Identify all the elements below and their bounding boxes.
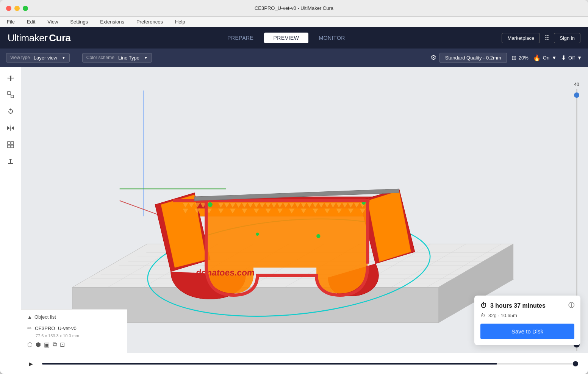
support-value: On (543, 55, 549, 61)
obj-list-chevron: ▲ (27, 314, 32, 320)
title-bar: CE3PRO_U-vet-v0 - UltiMaker Cura (0, 0, 588, 17)
adhesion-caret[interactable]: ▼ (577, 55, 582, 61)
toolbar-divider-1 (76, 52, 76, 63)
clock-icon: ⏱ (480, 302, 487, 310)
menu-file[interactable]: File (5, 18, 17, 25)
svg-text:donatoes.com: donatoes.com (195, 268, 255, 277)
menu-settings[interactable]: Settings (68, 18, 90, 25)
group-tool[interactable] (4, 138, 17, 152)
play-button[interactable]: ▶ (27, 359, 34, 368)
timeline-thumb[interactable] (573, 361, 578, 366)
minimize-button[interactable] (14, 6, 20, 11)
menu-edit[interactable]: Edit (25, 18, 38, 25)
support-caret[interactable]: ▼ (552, 55, 557, 61)
support-tool[interactable] (4, 155, 17, 168)
color-scheme-label: Color scheme (86, 55, 114, 60)
adhesion-icon: ⬇ (561, 54, 566, 61)
xray-view-icon[interactable]: ▣ (44, 341, 50, 348)
grid-icon[interactable]: ⠿ (543, 32, 551, 44)
header-nav: Ultimaker Cura PREPARE PREVIEW MONITOR M… (0, 27, 588, 49)
close-button[interactable] (6, 6, 11, 11)
svg-rect-7 (11, 142, 14, 144)
header-actions: Marketplace ⠿ Sign in (502, 32, 580, 44)
adhesion-value: Off (568, 55, 575, 61)
print-material-row: ⏱ 32g · 10.65m (480, 313, 574, 318)
adhesion-toggle: ⬇ Off ▼ (561, 54, 582, 61)
nav-prepare[interactable]: PREPARE (218, 33, 263, 43)
slider-top-thumb[interactable] (574, 92, 579, 98)
scale-tool[interactable] (4, 88, 17, 102)
layer-top-value: 40 (574, 82, 579, 87)
view-type-value: Layer view (34, 55, 57, 61)
print-time-row: ⏱ 3 hours 37 minutes ⓘ (480, 302, 574, 310)
svg-marker-5 (11, 126, 14, 130)
object-name: CE3PRO_U-vet-v0 (35, 325, 77, 331)
svg-point-96 (316, 234, 320, 238)
color-scheme-value: Line Type (118, 55, 139, 61)
infill-item: ⊞ 20% (511, 54, 529, 61)
nav-preview[interactable]: PREVIEW (264, 33, 308, 43)
menu-preferences[interactable]: Preferences (134, 18, 165, 25)
infill-icon: ⊞ (511, 54, 516, 61)
svg-rect-8 (8, 145, 10, 148)
object-list-item: ✏ CE3PRO_U-vet-v0 (27, 324, 121, 333)
wire-view-icon[interactable]: ⬢ (36, 341, 41, 348)
nav-monitor[interactable]: MONITOR (310, 33, 354, 43)
view-type-select[interactable]: View type Layer view ▼ (6, 53, 70, 63)
preview-toolbar: View type Layer view ▼ Color scheme Line… (0, 49, 588, 67)
mirror-tool[interactable] (4, 121, 17, 135)
infill-value: 20% (519, 55, 529, 61)
timeline-progress (42, 363, 497, 365)
print-material-value: 32g · 10.65m (488, 313, 517, 318)
menu-bar: File Edit View Settings Extensions Prefe… (0, 17, 588, 27)
support-view-icon[interactable]: ⊡ (60, 341, 65, 348)
support-toggle: 🔥 On ▼ (533, 54, 557, 61)
view-type-caret: ▼ (62, 56, 66, 60)
window-title: CE3PRO_U-vet-v0 - UltiMaker Cura (255, 5, 333, 11)
marketplace-button[interactable]: Marketplace (502, 33, 540, 43)
solid-view-icon[interactable]: ⬡ (27, 341, 33, 348)
object-tool-icons: ⬡ ⬢ ▣ ⧉ ⊡ (27, 341, 121, 348)
rotate-tool[interactable] (4, 105, 17, 118)
settings-icon-area: ⚙ Standard Quality - 0.2mm (430, 53, 507, 63)
move-tool[interactable] (4, 71, 17, 85)
object-dimensions: 77.6 x 153.3 x 10.0 mm (36, 333, 121, 338)
menu-help[interactable]: Help (173, 18, 188, 25)
svg-point-97 (256, 233, 259, 236)
edit-icon: ✏ (27, 325, 32, 331)
svg-rect-11 (10, 159, 11, 163)
menu-extensions[interactable]: Extensions (98, 18, 127, 25)
svg-point-94 (208, 202, 212, 207)
main-area: donatoes.com 40 (0, 67, 588, 374)
maximize-button[interactable] (23, 6, 28, 11)
logo-cura: Cura (49, 32, 70, 44)
object-list-panel: ▲ Object list ✏ CE3PRO_U-vet-v0 77.6 x 1… (21, 309, 127, 353)
app-window: CE3PRO_U-vet-v0 - UltiMaker Cura File Ed… (0, 0, 588, 374)
obj-list-title: Object list (34, 314, 56, 320)
svg-rect-12 (8, 163, 13, 164)
support-icon: 🔥 (533, 54, 541, 61)
svg-line-2 (10, 94, 11, 95)
timeline-track[interactable] (42, 363, 577, 365)
color-scheme-select[interactable]: Color scheme Line Type ▼ (82, 53, 152, 63)
logo-ultimaker: Ultimaker (8, 32, 47, 44)
settings-icon: ⚙ (430, 53, 436, 62)
save-to-disk-button[interactable]: Save to Disk (480, 324, 574, 339)
sign-in-button[interactable]: Sign in (554, 33, 580, 43)
material-icon: ⏱ (480, 313, 485, 318)
svg-rect-1 (11, 95, 14, 98)
menu-view[interactable]: View (45, 18, 60, 25)
timeline-bar: ▶ (21, 353, 588, 374)
3d-viewport[interactable]: donatoes.com 40 (21, 67, 588, 374)
quality-button[interactable]: Standard Quality - 0.2mm (439, 53, 507, 63)
layers-view-icon[interactable]: ⧉ (53, 341, 57, 348)
object-list-header[interactable]: ▲ Object list (27, 314, 121, 320)
print-time-value: 3 hours 37 minutes (490, 302, 546, 309)
color-scheme-caret: ▼ (144, 56, 148, 60)
svg-rect-6 (8, 142, 10, 144)
svg-marker-4 (7, 126, 10, 130)
print-info-panel: ⏱ 3 hours 37 minutes ⓘ ⏱ 32g · 10.65m Sa… (474, 296, 580, 345)
traffic-lights (6, 6, 28, 11)
svg-rect-0 (8, 92, 10, 94)
info-icon[interactable]: ⓘ (568, 302, 574, 310)
